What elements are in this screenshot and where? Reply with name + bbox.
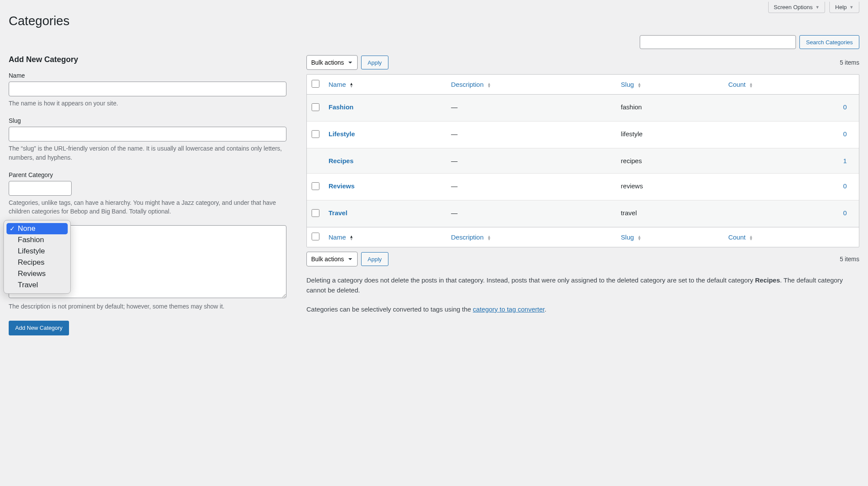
row-checkbox[interactable] xyxy=(312,130,319,138)
slug-help: The “slug” is the URL-friendly version o… xyxy=(9,144,286,162)
bulk-actions-select-bottom[interactable]: Bulk actions xyxy=(306,252,358,266)
name-label: Name xyxy=(9,72,286,79)
category-to-tag-converter-link[interactable]: category to tag converter xyxy=(473,305,545,313)
category-slug: travel xyxy=(617,200,724,227)
slug-label: Slug xyxy=(9,117,286,124)
apply-button-bottom[interactable]: Apply xyxy=(361,252,388,266)
dropdown-option-lifestyle[interactable]: Lifestyle xyxy=(7,246,68,257)
select-all-bottom-checkbox[interactable] xyxy=(312,233,319,240)
description-help: The description is not prominent by defa… xyxy=(9,302,286,311)
category-name-link[interactable]: Travel xyxy=(329,209,347,217)
categories-table: Name ▲▼ Description ▲▼ Slug ▲▼ Count ▲▼ xyxy=(306,74,859,247)
slug-input[interactable] xyxy=(9,127,286,141)
category-slug: lifestyle xyxy=(617,122,724,148)
help-label: Help xyxy=(835,4,847,10)
dropdown-option-none[interactable]: None xyxy=(7,223,68,234)
column-name-header[interactable]: Name ▲▼ xyxy=(324,75,447,95)
table-row: Lifestyle—lifestyle0 xyxy=(307,122,859,148)
category-name-link[interactable]: Lifestyle xyxy=(329,130,355,138)
search-categories-button[interactable]: Search Categories xyxy=(799,35,859,49)
column-count-header[interactable]: Count ▲▼ xyxy=(724,75,859,95)
convert-note: Categories can be selectively converted … xyxy=(306,304,859,314)
help-button[interactable]: Help ▼ xyxy=(829,2,859,13)
category-slug: fashion xyxy=(617,95,724,122)
dropdown-option-recipes[interactable]: Recipes xyxy=(7,257,68,268)
chevron-down-icon: ▼ xyxy=(815,5,819,10)
column-count-footer[interactable]: Count ▲▼ xyxy=(724,227,859,247)
dropdown-option-travel[interactable]: Travel xyxy=(7,279,68,291)
category-description: — xyxy=(447,200,616,227)
add-new-category-button[interactable]: Add New Category xyxy=(9,321,69,335)
sort-icon: ▲▼ xyxy=(349,82,353,88)
category-name-link[interactable]: Reviews xyxy=(329,182,355,190)
column-description-header[interactable]: Description ▲▼ xyxy=(447,75,616,95)
dropdown-option-fashion[interactable]: Fashion xyxy=(7,234,68,246)
row-checkbox[interactable] xyxy=(312,209,319,217)
items-count-top: 5 items xyxy=(840,59,859,66)
parent-category-label: Parent Category xyxy=(9,171,286,178)
select-all-top-checkbox[interactable] xyxy=(312,80,319,88)
parent-category-select[interactable] xyxy=(9,181,72,196)
name-input[interactable] xyxy=(9,82,286,96)
table-row: Reviews—reviews0 xyxy=(307,174,859,200)
column-slug-footer[interactable]: Slug ▲▼ xyxy=(617,227,724,247)
table-row: Travel—travel0 xyxy=(307,200,859,227)
category-count-link[interactable]: 0 xyxy=(843,182,847,190)
dropdown-option-reviews[interactable]: Reviews xyxy=(7,268,68,279)
chevron-down-icon: ▼ xyxy=(849,5,854,10)
screen-options-label: Screen Options xyxy=(774,4,813,10)
column-name-footer[interactable]: Name ▲▼ xyxy=(324,227,447,247)
name-help: The name is how it appears on your site. xyxy=(9,99,286,108)
column-slug-header[interactable]: Slug ▲▼ xyxy=(617,75,724,95)
category-count-link[interactable]: 0 xyxy=(843,130,847,138)
category-count-link[interactable]: 0 xyxy=(843,209,847,217)
delete-note: Deleting a category does not delete the … xyxy=(306,275,859,296)
category-description: — xyxy=(447,122,616,148)
parent-category-dropdown: None Fashion Lifestyle Recipes Reviews T… xyxy=(3,220,71,294)
sort-icon: ▲▼ xyxy=(749,82,753,88)
bulk-actions-select-top[interactable]: Bulk actions xyxy=(306,55,358,70)
column-description-footer[interactable]: Description ▲▼ xyxy=(447,227,616,247)
category-count-link[interactable]: 0 xyxy=(843,103,847,111)
category-name-link[interactable]: Recipes xyxy=(329,157,354,164)
row-checkbox[interactable] xyxy=(312,103,319,111)
sort-icon: ▲▼ xyxy=(638,235,641,240)
sort-icon: ▲▼ xyxy=(749,235,753,240)
row-checkbox[interactable] xyxy=(312,182,319,190)
category-count-link[interactable]: 1 xyxy=(843,157,847,164)
sort-icon: ▲▼ xyxy=(487,82,491,88)
category-name-link[interactable]: Fashion xyxy=(329,103,354,111)
apply-button-top[interactable]: Apply xyxy=(361,56,388,69)
category-description: — xyxy=(447,174,616,200)
add-new-category-heading: Add New Category xyxy=(9,55,286,64)
screen-options-button[interactable]: Screen Options ▼ xyxy=(768,2,825,13)
category-slug: reviews xyxy=(617,174,724,200)
search-input[interactable] xyxy=(640,35,796,49)
category-slug: recipes xyxy=(617,148,724,174)
parent-category-help: Categories, unlike tags, can have a hier… xyxy=(9,198,286,216)
sort-icon: ▲▼ xyxy=(349,235,353,240)
table-row: Fashion—fashion0 xyxy=(307,95,859,122)
sort-icon: ▲▼ xyxy=(638,82,641,88)
category-description: — xyxy=(447,95,616,122)
page-title: Categories xyxy=(9,14,859,28)
table-row: Recipes—recipes1 xyxy=(307,148,859,174)
items-count-bottom: 5 items xyxy=(840,256,859,263)
sort-icon: ▲▼ xyxy=(487,235,491,240)
category-description: — xyxy=(447,148,616,174)
